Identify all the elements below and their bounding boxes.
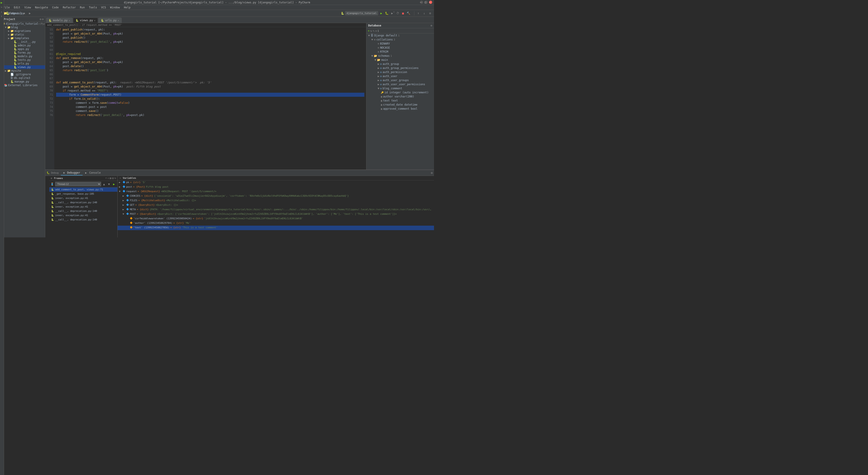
menu-tools[interactable]: Tools: [87, 5, 99, 9]
run-config-select[interactable]: djangogirls_tutorial: [345, 11, 378, 15]
db-auth-user-perms[interactable]: ▶ ⊞ auth_user_user_permissions: [366, 82, 434, 86]
var-row-post[interactable]: ▶ 🔷 post = {Post} Fifth blog post: [118, 185, 434, 189]
db-col-created[interactable]: ▦ created_date datetime: [366, 103, 434, 107]
db-root[interactable]: ▼ 🗄 Django default 1: [366, 33, 434, 37]
var-row-csrf[interactable]: ▶ 🔶 'csrfmiddlewaretoken' (1399234590504…: [118, 217, 434, 221]
var-row-meta[interactable]: ▶ 🔷 META = {dict} {PATH: '/home/filippov…: [118, 208, 434, 212]
db-schemas[interactable]: ▼ 📂 schemas 1: [366, 54, 434, 58]
tree-gitignore[interactable]: ▶ 📄 .gitignore: [0, 72, 45, 76]
tab-debugger[interactable]: ⚙ Debugger: [61, 170, 83, 176]
var-row-pk[interactable]: ▶ 🔷 pk = {str} '5': [118, 181, 434, 185]
db-auth-user-groups[interactable]: ▶ ⊞ auth_user_groups: [366, 78, 434, 82]
tree-db[interactable]: ▶ 🗄 db.sqlite3: [0, 76, 45, 80]
maximize-btn[interactable]: □: [425, 1, 428, 4]
frame-item-5[interactable]: 🐍 __call__, deprecation.py:140: [49, 209, 117, 213]
frame-item-3[interactable]: 🐍 __call__, deprecation.py:140: [49, 200, 117, 204]
tab-views[interactable]: 🐍 views.py ✕: [73, 18, 98, 23]
var-row-request[interactable]: ▼ 🔷 request = {WSGIRequest} <WSGIRequest…: [118, 189, 434, 194]
var-row-post-data[interactable]: ▼ 🔷 POST = {QueryDict} <QueryDict: {'csr…: [118, 212, 434, 217]
close-btn[interactable]: ✕: [429, 1, 432, 4]
tab-models[interactable]: 🐍 models.py ✕: [46, 18, 72, 23]
code-editor[interactable]: 55565758 59606162 63646566 67686970 7172…: [45, 27, 366, 169]
tree-mysite[interactable]: ▶ 📁 mysite: [0, 69, 45, 72]
db-binary[interactable]: ≡ BINARY: [366, 41, 434, 46]
tree-urls[interactable]: ▶ 🐍 urls.py: [0, 62, 45, 65]
frame-item-6[interactable]: 🐍 inner, exception.py:41: [49, 213, 117, 218]
ph-settings-icon[interactable]: ⚙: [40, 18, 41, 21]
tree-templates[interactable]: ▶ 📁 templates: [0, 36, 45, 40]
frames-icon5[interactable]: ↻: [115, 177, 116, 180]
db-rtrim[interactable]: ≡ RTRIM: [366, 50, 434, 54]
menu-navigate[interactable]: Navigate: [33, 5, 50, 9]
db-settings-icon[interactable]: ⚙: [431, 24, 432, 27]
db-col-id[interactable]: 🔑 id integer (auto increment): [366, 90, 434, 95]
tab-urls[interactable]: 🐍 urls.py ✕: [98, 18, 122, 23]
toolbar-back[interactable]: ◀: [22, 11, 27, 16]
var-row-author[interactable]: ▶ 🔶 'author' (139923458829704) = {str} '…: [118, 221, 434, 226]
frames-icon4[interactable]: ⊟: [112, 177, 114, 180]
var-row-text[interactable]: ▶ 🔶 'text' (139923458827856) = {str} 'Th…: [118, 226, 434, 230]
tree-admin[interactable]: ▶ 🐍 admin.py: [0, 44, 45, 47]
db-auth-group[interactable]: ▶ ⊞ auth_group: [366, 62, 434, 66]
frame-item-7[interactable]: 🐍 __call__, deprecation.py:140: [49, 218, 117, 222]
db-col-text[interactable]: ▦ text text: [366, 99, 434, 103]
debug-button[interactable]: 🐛: [384, 11, 389, 15]
tab-models-close[interactable]: ✕: [69, 19, 70, 22]
db-auth-user[interactable]: ▶ ⊞ auth_user: [366, 74, 434, 78]
tree-root[interactable]: ▼ 📁 djangogirls_tutorial ~/Pycharm: [0, 22, 45, 26]
frames-icon2[interactable]: ↓: [107, 177, 109, 180]
toolbar-views[interactable]: 🐍 views.py: [13, 11, 18, 16]
db-remove-icon[interactable]: ✕: [375, 29, 377, 33]
db-refresh-icon[interactable]: ↻: [370, 29, 372, 33]
thread-up-btn[interactable]: ▲: [102, 182, 106, 186]
menu-code[interactable]: Code: [51, 5, 61, 9]
menu-vcs[interactable]: VCS: [99, 5, 108, 9]
tree-external[interactable]: ▶ 📚 External Libraries: [0, 84, 45, 87]
tree-forms[interactable]: ▶ 🐍 forms.py: [0, 51, 45, 55]
window-controls[interactable]: — □ ✕: [420, 1, 432, 4]
db-blog-comment[interactable]: ▼ ⊞ blog_comment: [366, 86, 434, 90]
bottom-settings-icon[interactable]: ⚙: [431, 171, 433, 175]
frame-item-4[interactable]: 🐍 inner, exception.py:41: [49, 204, 117, 209]
tab-urls-close[interactable]: ✕: [118, 19, 119, 22]
ph-gear-icon[interactable]: ⚙: [42, 18, 44, 21]
frame-item-0[interactable]: 🐍 add_comment_to_post, views.py:71: [49, 187, 117, 192]
tab-console[interactable]: ▶ Console: [83, 170, 103, 176]
thread-down-btn[interactable]: ▼: [107, 182, 111, 186]
toolbar-forward[interactable]: ▶: [27, 11, 32, 16]
db-auth-permission[interactable]: ▶ ⊞ auth_permission: [366, 70, 434, 74]
menu-edit[interactable]: Edit: [12, 5, 22, 9]
tree-models[interactable]: ▶ 🐍 models.py: [0, 55, 45, 58]
tab-views-close[interactable]: ✕: [94, 19, 95, 22]
thread-play-btn[interactable]: ▶: [112, 182, 116, 186]
db-nocase[interactable]: ≡ NOCASE: [366, 46, 434, 50]
db-auth-group-perms[interactable]: ▶ ⊞ auth_group_permissions: [366, 66, 434, 70]
tree-blog[interactable]: ▼ 📁 blog: [0, 26, 45, 29]
tree-tests[interactable]: ▶ 🐍 tests.py: [0, 58, 45, 62]
minimize-btn[interactable]: —: [420, 1, 423, 4]
toolbar-update[interactable]: ↓: [422, 11, 427, 16]
db-col-approved[interactable]: ▦ approved_comment bool: [366, 107, 434, 111]
toolbar-vcs[interactable]: ↑: [416, 11, 421, 16]
code-content[interactable]: def post_publish(request, pk): post = ge…: [54, 27, 366, 169]
toolbar-settings[interactable]: ⚙: [428, 11, 433, 16]
run-button[interactable]: ▶: [379, 11, 383, 15]
stop-button[interactable]: ■: [401, 11, 405, 15]
db-properties-icon[interactable]: ℹ: [378, 29, 379, 33]
frame-item-2[interactable]: 🐍 inner, exception.py:41: [49, 196, 117, 200]
menu-run[interactable]: Run: [78, 5, 87, 9]
var-row-get[interactable]: ▶ 🔷 GET = {QueryDict} <QueryDict: {}>: [118, 203, 434, 208]
tree-apps[interactable]: ▶ 🐍 apps.py: [0, 47, 45, 51]
db-collations[interactable]: ▼ ≡ collations 3: [366, 37, 434, 41]
frame-item-1[interactable]: 🐍 _get_response, base.py:185: [49, 192, 117, 196]
var-row-cookies[interactable]: ▶ 🔷 COOKIES = {dict} {'sessionid': 'w3ie…: [118, 194, 434, 198]
coverage-button[interactable]: ▶̊: [390, 11, 395, 15]
tree-static[interactable]: ▶ 📁 static: [0, 33, 45, 36]
var-row-files[interactable]: ▶ 🔷 FILES = {MultiValueDict} <MultiValue…: [118, 198, 434, 203]
menu-window[interactable]: Window: [108, 5, 122, 9]
tree-manage[interactable]: ▶ 🐍 manage.py: [0, 80, 45, 84]
db-add-icon[interactable]: +: [368, 29, 370, 33]
profile-button[interactable]: ⏱: [395, 11, 400, 15]
tree-init[interactable]: ▶ 🐍 __init__.py: [0, 40, 45, 44]
thread-select[interactable]: Thread-12: [55, 182, 101, 186]
